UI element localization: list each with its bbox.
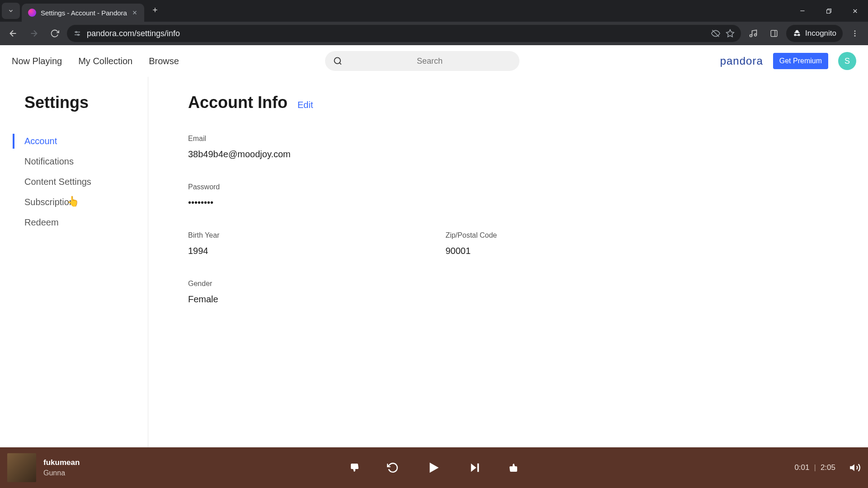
close-icon: [132, 9, 138, 16]
password-label: Password: [188, 183, 868, 191]
svg-point-22: [854, 33, 856, 34]
field-password: Password ••••••••: [188, 183, 868, 208]
settings-main: Account Info Edit Email 38b49b4e@moodjoy…: [148, 77, 868, 447]
eye-off-icon: [711, 29, 720, 38]
replay-button[interactable]: [387, 462, 399, 474]
svg-point-13: [75, 32, 77, 33]
svg-point-23: [854, 35, 856, 37]
player-bar: fukumean Gunna 0:01 | 2:05: [0, 447, 868, 488]
nav-my-collection[interactable]: My Collection: [78, 56, 132, 66]
pandora-favicon: [28, 9, 36, 17]
thumbs-up-button[interactable]: [508, 462, 519, 473]
plus-icon: [151, 6, 159, 14]
tune-icon: [73, 29, 81, 38]
svg-marker-26: [430, 463, 439, 473]
get-premium-button[interactable]: Get Premium: [773, 53, 828, 69]
track-title[interactable]: fukumean: [43, 458, 80, 467]
time-duration: 2:05: [821, 463, 835, 472]
incognito-indicator-icon[interactable]: [711, 29, 720, 38]
arrow-left-icon: [8, 28, 18, 38]
window-close-button[interactable]: [842, 0, 868, 22]
window-minimize-button[interactable]: [789, 0, 816, 22]
nav-back-button[interactable]: [5, 25, 22, 42]
address-bar[interactable]: pandora.com/settings/info: [67, 25, 741, 42]
browser-tab[interactable]: Settings - Account - Pandora: [22, 4, 144, 22]
volume-button[interactable]: [849, 462, 861, 474]
skip-forward-icon: [468, 461, 481, 474]
replay-icon: [387, 462, 399, 474]
email-label: Email: [188, 135, 868, 143]
search-box[interactable]: [325, 51, 519, 71]
user-avatar[interactable]: S: [838, 52, 856, 70]
birthyear-value: 1994: [188, 246, 219, 256]
site-header: Now Playing My Collection Browse pandora…: [0, 45, 868, 77]
sidebar-item-notifications[interactable]: Notifications: [24, 151, 148, 172]
url-text: pandora.com/settings/info: [87, 29, 706, 38]
arrow-right-icon: [29, 28, 39, 38]
tab-title: Settings - Account - Pandora: [41, 9, 127, 17]
play-button[interactable]: [426, 460, 441, 475]
nav-now-playing[interactable]: Now Playing: [12, 56, 62, 66]
search-input[interactable]: [348, 56, 512, 66]
track-artist[interactable]: Gunna: [43, 469, 80, 477]
svg-point-21: [854, 30, 856, 32]
thumbs-down-button[interactable]: [349, 462, 360, 473]
svg-marker-29: [850, 464, 854, 471]
tab-search-button[interactable]: [2, 3, 20, 19]
sidebar-item-content-settings[interactable]: Content Settings: [24, 172, 148, 192]
edit-link[interactable]: Edit: [297, 100, 313, 110]
svg-point-17: [750, 35, 752, 37]
svg-point-18: [755, 34, 757, 36]
bookmark-button[interactable]: [726, 29, 735, 38]
gender-label: Gender: [188, 280, 868, 288]
field-gender: Gender Female: [188, 280, 868, 305]
play-icon: [426, 460, 441, 475]
window-controls: [789, 0, 868, 22]
nav-reload-button[interactable]: [46, 25, 63, 42]
dots-vertical-icon: [851, 29, 859, 38]
chrome-menu-button[interactable]: [846, 25, 863, 42]
volume-icon: [849, 462, 861, 474]
thumbs-up-icon: [508, 462, 519, 473]
new-tab-button[interactable]: [148, 3, 162, 17]
page-body: Now Playing My Collection Browse pandora…: [0, 45, 868, 447]
reload-icon: [50, 29, 59, 38]
close-icon: [852, 8, 859, 14]
side-panel-button[interactable]: [765, 25, 783, 42]
media-control-button[interactable]: [745, 25, 762, 42]
window-maximize-button[interactable]: [816, 0, 842, 22]
birthyear-label: Birth Year: [188, 231, 219, 239]
incognito-icon: [793, 29, 802, 38]
sidebar-item-redeem[interactable]: Redeem: [24, 212, 148, 233]
site-settings-button[interactable]: [73, 29, 81, 38]
star-icon: [726, 29, 735, 38]
sidebar-item-subscription[interactable]: Subscription: [24, 192, 148, 212]
nav-forward-button[interactable]: [25, 25, 42, 42]
gender-value: Female: [188, 294, 868, 305]
time-display: 0:01 | 2:05: [794, 463, 835, 472]
nav-browse[interactable]: Browse: [149, 56, 179, 66]
tab-close-button[interactable]: [132, 9, 138, 16]
incognito-chip[interactable]: Incognito: [786, 25, 843, 42]
pandora-logo[interactable]: pandora: [720, 55, 763, 67]
svg-rect-28: [477, 464, 479, 472]
password-value: ••••••••: [188, 197, 868, 208]
track-info: fukumean Gunna: [43, 458, 80, 477]
svg-marker-16: [726, 30, 734, 37]
player-controls: [349, 460, 519, 475]
settings-layout: Settings Account Notifications Content S…: [0, 77, 868, 447]
svg-line-25: [340, 63, 341, 65]
browser-toolbar: pandora.com/settings/info Incognito: [0, 22, 868, 45]
email-value: 38b49b4e@moodjoy.com: [188, 149, 868, 160]
time-separator: |: [814, 463, 816, 472]
browser-titlebar: Settings - Account - Pandora: [0, 0, 868, 22]
sidebar-item-account[interactable]: Account: [24, 131, 148, 151]
svg-rect-6: [826, 9, 830, 13]
minimize-icon: [799, 8, 806, 14]
page-title: Account Info: [188, 93, 288, 112]
svg-marker-27: [471, 464, 476, 472]
music-note-icon: [749, 29, 758, 38]
skip-button[interactable]: [468, 461, 481, 474]
zip-value: 90001: [445, 246, 497, 256]
album-art[interactable]: [7, 453, 36, 482]
